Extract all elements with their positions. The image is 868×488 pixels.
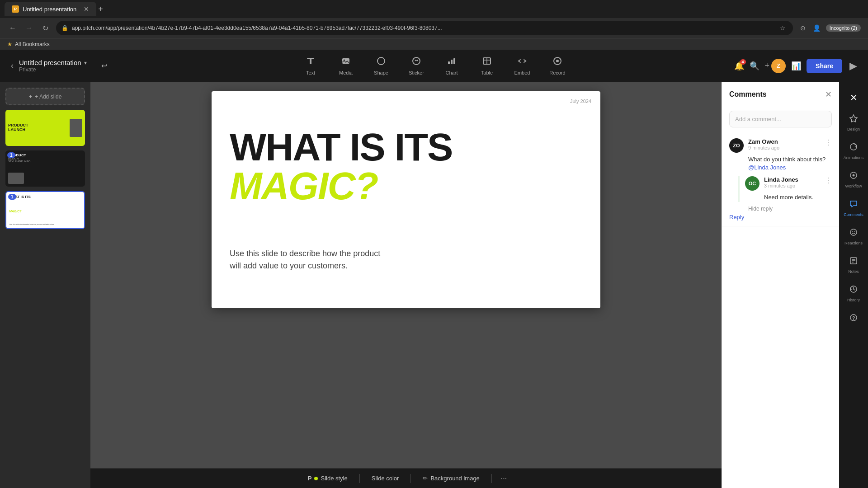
- toolbar-left: ‹ Untitled presentation ▾ Private ↩: [11, 59, 295, 73]
- slide2-subtitle2: STYLE AND INPO: [8, 160, 82, 163]
- record-tool[interactable]: Record: [542, 52, 573, 79]
- slide-style-label: Slide style: [321, 475, 347, 482]
- record-icon: [552, 56, 562, 68]
- comment-more-button-1[interactable]: ⋮: [825, 138, 832, 147]
- svg-rect-1: [310, 58, 311, 64]
- sidebar-comments[interactable]: Comments: [839, 195, 868, 221]
- bottom-bar: P Slide style Slide color ✏ Background i…: [90, 468, 722, 488]
- shape-tool-label: Shape: [374, 70, 388, 75]
- presentation-title[interactable]: Untitled presentation ▾: [19, 59, 87, 66]
- svg-rect-8: [448, 61, 450, 64]
- comments-title: Comments: [729, 90, 767, 99]
- bookmark-star-icon[interactable]: ☆: [778, 23, 788, 33]
- sidebar-animations[interactable]: Animations: [839, 138, 868, 164]
- table-tool-label: Table: [481, 70, 493, 75]
- slide-thumbnail-1: PRODUCT LAUNCH: [5, 110, 85, 146]
- notes-label: Notes: [848, 269, 859, 274]
- slide-color-button[interactable]: Slide color: [365, 472, 406, 484]
- embed-tool-label: Embed: [514, 70, 530, 75]
- svg-rect-9: [451, 60, 453, 64]
- url-text: app.pitch.com/app/presentation/4b74b27e-…: [72, 25, 774, 31]
- notes-icon: [849, 256, 858, 267]
- background-image-button[interactable]: ✏ Background image: [416, 472, 486, 484]
- share-button[interactable]: Share: [807, 59, 842, 73]
- sidebar-reactions[interactable]: Reactions: [839, 223, 868, 250]
- embed-tool[interactable]: Embed: [506, 52, 538, 79]
- comments-panel: Comments ✕ Add a comment... ZO Zam Owen …: [722, 82, 839, 488]
- close-panel-button[interactable]: ✕: [850, 88, 858, 108]
- linda-jones-avatar: OC: [745, 176, 760, 191]
- svg-point-4: [377, 57, 385, 65]
- svg-point-5: [413, 57, 420, 65]
- design-label: Design: [847, 127, 860, 131]
- slide1-product-image: [70, 119, 82, 137]
- slide-body-text: Use this slide to describe how the produ…: [230, 248, 582, 272]
- add-slide-icon: +: [29, 93, 33, 100]
- hide-reply-button[interactable]: Hide reply: [729, 206, 773, 212]
- slide-canvas[interactable]: July 2024 WHAT IS ITS MAGIC? Use this sl…: [212, 91, 600, 308]
- bookmarks-label[interactable]: All Bookmarks: [15, 41, 50, 47]
- sidebar-history[interactable]: History: [839, 280, 868, 307]
- slide-item-2[interactable]: 2 1 PRODUCT DESIGN STYLE AND INPO: [5, 150, 85, 187]
- workflow-label: Workflow: [845, 184, 862, 188]
- tab-close-button[interactable]: ✕: [84, 5, 89, 13]
- sidebar-workflow[interactable]: Workflow: [839, 166, 868, 193]
- active-tab[interactable]: P Untitled presentation ✕: [5, 2, 96, 16]
- add-slide-button[interactable]: + + Add slide: [5, 88, 85, 105]
- reply-time-1: 3 minutes ago: [764, 183, 820, 188]
- comment-body-1: What do you think about this?@Linda Jone…: [729, 155, 832, 172]
- svg-point-19: [850, 229, 857, 235]
- svg-point-20: [852, 231, 853, 232]
- sidebar-design[interactable]: Design: [839, 109, 868, 136]
- new-tab-button[interactable]: +: [98, 5, 103, 14]
- animations-icon: [849, 142, 858, 154]
- more-options-button[interactable]: ···: [497, 473, 510, 484]
- extension-button[interactable]: ⊙: [798, 23, 807, 33]
- reload-button[interactable]: ↻: [40, 24, 51, 33]
- pencil-icon: ✏: [423, 475, 428, 482]
- notifications-button[interactable]: 🔔 4: [734, 61, 744, 71]
- present-button[interactable]: ▶: [849, 60, 857, 72]
- text-tool[interactable]: Text: [295, 52, 326, 79]
- chart-tool-label: Chart: [446, 70, 458, 75]
- separator-1: [359, 474, 360, 483]
- comment-thread-1: ZO Zam Owen 9 minutes ago ⋮ What do you …: [722, 133, 839, 226]
- record-tool-label: Record: [549, 70, 565, 75]
- media-tool[interactable]: Media: [330, 52, 362, 79]
- profile-button[interactable]: 👤: [811, 23, 822, 33]
- svg-point-6: [415, 60, 416, 61]
- slide-heading-line1: WHAT IS ITS: [230, 127, 582, 166]
- back-button[interactable]: ←: [7, 24, 18, 32]
- chart-tool[interactable]: Chart: [436, 52, 467, 79]
- slide-item-3[interactable]: 3 1 WHAT IS ITS MAGIC? Use this slide to…: [5, 191, 85, 229]
- search-button[interactable]: 🔍: [750, 61, 760, 71]
- comment-header-1: ZO Zam Owen 9 minutes ago ⋮: [729, 138, 832, 153]
- sidebar-help[interactable]: ?: [839, 309, 868, 329]
- add-collaborator-button[interactable]: +: [765, 61, 770, 70]
- comment-input[interactable]: Add a comment...: [729, 111, 832, 127]
- background-image-label: Background image: [430, 475, 479, 482]
- undo-button[interactable]: ↩: [101, 61, 107, 70]
- table-icon: [482, 56, 492, 68]
- address-bar: ← → ↻ 🔒 app.pitch.com/app/presentation/4…: [0, 18, 868, 38]
- url-bar[interactable]: 🔒 app.pitch.com/app/presentation/4b74b27…: [56, 21, 793, 35]
- sidebar-notes[interactable]: Notes: [839, 252, 868, 278]
- slide-item-1[interactable]: 1 PRODUCT LAUNCH: [5, 110, 85, 146]
- comments-close-button[interactable]: ✕: [825, 89, 832, 99]
- reply-more-button-1[interactable]: ⋮: [825, 176, 832, 185]
- sticker-icon: [411, 56, 421, 68]
- shape-tool[interactable]: Shape: [365, 52, 397, 79]
- back-to-presentations-button[interactable]: ‹: [11, 61, 14, 70]
- slide-style-button[interactable]: P Slide style: [302, 472, 354, 484]
- table-tool[interactable]: Table: [471, 52, 503, 79]
- slide-heading-line2: MAGIC?: [230, 166, 582, 205]
- reply-button[interactable]: Reply: [729, 214, 744, 221]
- analytics-button[interactable]: 📊: [791, 61, 801, 71]
- sticker-tool[interactable]: Sticker: [401, 52, 432, 79]
- forward-button[interactable]: →: [24, 24, 34, 32]
- canvas-area[interactable]: July 2024 WHAT IS ITS MAGIC? Use this sl…: [90, 82, 722, 468]
- history-label: History: [847, 298, 860, 302]
- slide-style-p-icon: P: [308, 475, 312, 482]
- slide-thumbnail-2: 1 PRODUCT DESIGN STYLE AND INPO: [5, 150, 85, 187]
- design-icon: [849, 114, 858, 125]
